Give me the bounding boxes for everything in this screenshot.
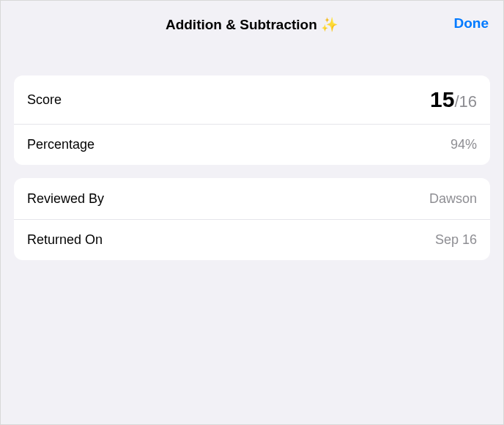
reviewed-by-value: Dawson bbox=[429, 191, 477, 207]
score-total: 16 bbox=[459, 92, 477, 111]
score-value: 15/16 bbox=[430, 87, 477, 112]
app-window: Addition & Subtraction ✨ Done Score 15/1… bbox=[0, 0, 504, 425]
reviewed-by-row: Reviewed By Dawson bbox=[14, 178, 490, 219]
score-row: Score 15/16 bbox=[14, 75, 490, 124]
score-section: Score 15/16 Percentage 94% bbox=[14, 75, 490, 165]
score-label: Score bbox=[27, 92, 62, 108]
percentage-row: Percentage 94% bbox=[14, 124, 490, 165]
percentage-value: 94% bbox=[451, 137, 477, 152]
returned-on-value: Sep 16 bbox=[435, 232, 477, 248]
reviewed-by-label: Reviewed By bbox=[27, 191, 104, 207]
percentage-label: Percentage bbox=[27, 137, 94, 152]
done-button[interactable]: Done bbox=[454, 15, 489, 32]
score-earned: 15 bbox=[430, 87, 454, 112]
page-title: Addition & Subtraction ✨ bbox=[166, 16, 338, 33]
returned-on-label: Returned On bbox=[27, 232, 103, 248]
returned-on-row: Returned On Sep 16 bbox=[14, 219, 490, 260]
review-section: Reviewed By Dawson Returned On Sep 16 bbox=[14, 178, 490, 260]
header: Addition & Subtraction ✨ Done bbox=[1, 1, 503, 46]
